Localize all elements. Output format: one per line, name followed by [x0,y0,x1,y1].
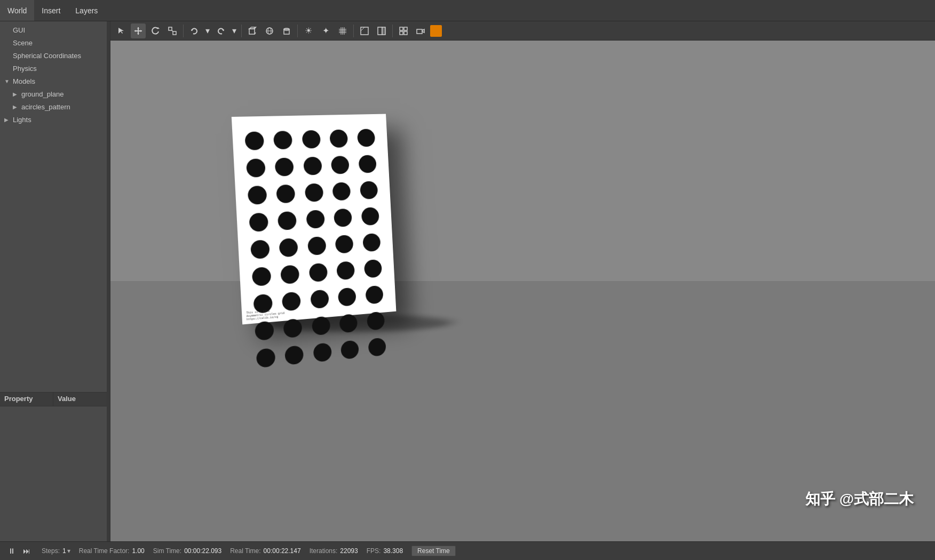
iterations-item: Iterations: 22093 [310,547,358,555]
play-controls: ⏸ ⏭ [5,545,33,557]
svg-marker-4 [134,30,136,32]
redo-btn[interactable] [213,23,228,38]
sep3 [297,25,298,37]
svg-rect-12 [249,29,255,34]
resize-handle[interactable] [107,21,110,541]
steps-item: Steps: 1 ▾ [42,547,70,555]
ground-area [110,281,935,541]
svg-rect-30 [382,27,385,35]
svg-rect-31 [400,27,403,30]
dot [281,265,300,284]
grid-btn[interactable] [396,23,411,38]
svg-marker-35 [422,29,424,33]
viewport[interactable]: This is a 12x8 Asymmetric circles grid h… [110,41,935,541]
menu-layers[interactable]: Layers [68,0,105,21]
tree-item-gui[interactable]: GUI [0,23,110,36]
svg-line-9 [172,30,173,31]
dot [248,186,267,205]
move-tool[interactable] [131,23,146,38]
dot [306,210,325,229]
rotate-tool[interactable] [148,23,163,38]
sphere-shape[interactable] [262,23,277,38]
iterations-value: 22093 [340,547,358,555]
dot [335,235,354,254]
value-col-header: Value [53,393,80,406]
svg-rect-29 [378,27,382,35]
dot [357,129,375,147]
point-light[interactable]: ✦ [318,23,333,38]
dot [307,236,327,255]
sep4 [353,25,354,37]
dot [302,130,321,149]
fps-item: FPS: 38.308 [367,547,403,555]
dot [249,213,268,232]
scale-tool[interactable] [165,23,180,38]
svg-marker-3 [137,33,139,35]
dot [362,233,381,252]
toolbar: ▾ ▾ ☀ ✦ [110,21,935,41]
reset-time-btn[interactable]: Reset Time [411,546,456,556]
select-tool[interactable] [114,23,129,38]
svg-marker-2 [137,27,139,29]
dot [279,238,298,257]
properties-panel: Property Value [0,392,110,541]
dot [250,239,270,259]
camera-btn[interactable] [413,23,428,38]
tree-item-ground-plane[interactable]: ▶ ground_plane [0,87,110,100]
step-btn[interactable]: ⏭ [20,545,33,557]
cylinder-shape[interactable] [279,23,294,38]
rtf-label: Real Time Factor: [79,547,130,555]
rtf-item: Real Time Factor: 1.00 [79,547,145,555]
tree-item-scene[interactable]: Scene [0,36,110,49]
simtime-item: Sim Time: 00:00:22.093 [153,547,221,555]
dot [334,209,352,227]
sep2 [241,25,242,37]
steps-value: 1 [62,547,66,555]
simtime-label: Sim Time: [153,547,181,555]
realtime-value: 00:00:22.147 [264,547,301,555]
undo-btn[interactable] [187,23,202,38]
pattern-card[interactable]: This is a 12x8 Asymmetric circles grid h… [232,114,397,325]
undo-dropdown[interactable]: ▾ [204,23,211,38]
steps-control[interactable]: 1 ▾ [62,547,70,555]
svg-rect-7 [169,27,172,30]
dot [275,157,294,177]
svg-rect-32 [404,27,407,30]
dot [338,287,356,307]
dot [336,261,355,280]
steps-dropdown-arrow[interactable]: ▾ [67,547,70,555]
dot [358,155,376,173]
texture-tool[interactable] [374,23,389,38]
dot [276,185,296,204]
scene-tree: GUI Scene Spherical Coordinates Physics … [0,21,110,392]
svg-rect-8 [173,31,176,35]
material-tool[interactable] [357,23,372,38]
fps-label: FPS: [367,547,381,555]
dot [363,259,382,278]
mesh-icon[interactable] [335,23,350,38]
tree-item-acircles-pattern[interactable]: ▶ acircles_pattern [0,100,110,113]
pause-btn[interactable]: ⏸ [5,545,18,557]
tree-item-lights[interactable]: ▶ Lights [0,113,110,126]
fps-value: 38.308 [383,547,403,555]
dot [282,292,301,311]
tree-item-spherical-coords[interactable]: Spherical Coordinates [0,49,110,62]
dot [273,131,292,149]
tree-item-physics[interactable]: Physics [0,62,110,75]
simtime-value: 00:00:22.093 [184,547,221,555]
menu-world[interactable]: World [0,0,34,21]
box-shape[interactable] [245,23,260,38]
menu-insert[interactable]: Insert [34,0,68,21]
sep1 [183,25,184,37]
dot [244,131,264,150]
sun-light[interactable]: ☀ [301,23,316,38]
sep5 [392,25,393,37]
svg-rect-33 [400,31,403,35]
menubar: World Insert Layers [0,0,935,21]
dot [308,263,328,282]
redo-dropdown[interactable]: ▾ [231,23,238,38]
svg-marker-5 [140,30,142,32]
tree-item-models[interactable]: ▼ Models [0,75,110,87]
color-picker[interactable] [430,25,442,37]
dot [329,130,348,148]
